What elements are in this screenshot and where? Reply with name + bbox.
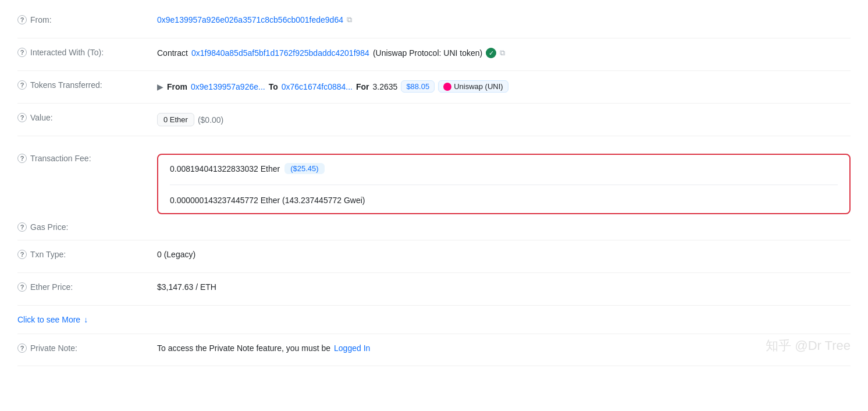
- value-help-icon[interactable]: ?: [17, 113, 27, 122]
- tokens-transferred-label-col: ? Tokens Transferred:: [17, 79, 157, 90]
- from-address-link[interactable]: 0x9e139957a926e026a3571c8cb56cb001fede9d…: [157, 15, 343, 24]
- from-row: ? From: 0x9e139957a926e026a3571c8cb56cb0…: [17, 6, 851, 38]
- token-name-badge: Uniswap (UNI): [438, 80, 508, 93]
- uni-icon: [443, 83, 451, 91]
- verified-badge: ✓: [486, 48, 496, 58]
- from-label: From:: [30, 15, 52, 24]
- token-to-address[interactable]: 0x76c1674fc0884...: [282, 82, 353, 91]
- tx-fee-amount: 0.008194041322833032 Ether: [170, 164, 280, 173]
- ether-price-value-col: $3,147.63 / ETH: [157, 281, 851, 292]
- ether-price-label: Ether Price:: [30, 282, 73, 292]
- txn-type-label-col: ? Txn Type:: [17, 249, 157, 259]
- logged-in-link[interactable]: Logged In: [334, 343, 370, 353]
- token-name: Uniswap (UNI): [454, 82, 503, 91]
- tokens-help-icon[interactable]: ?: [17, 80, 27, 90]
- txn-type-value: 0 (Legacy): [157, 250, 195, 259]
- tx-fee-gas-box: 0.008194041322833032 Ether ($25.45) 0.00…: [157, 154, 851, 214]
- private-note-row: ? Private Note: To access the Private No…: [17, 334, 851, 366]
- ether-price-label-col: ? Ether Price:: [17, 281, 157, 292]
- click-more-link[interactable]: Click to see More: [17, 315, 80, 324]
- txn-type-help-icon[interactable]: ?: [17, 250, 27, 259]
- token-amount: 3.2635: [373, 82, 398, 91]
- from-help-icon[interactable]: ?: [17, 15, 27, 24]
- ether-amount-badge: 0 Ether: [157, 113, 194, 126]
- private-note-value-col: To access the Private Note feature, you …: [157, 342, 851, 353]
- to-token-label: To: [269, 82, 278, 91]
- click-more-section: Click to see More ↓: [17, 306, 851, 334]
- value-label-col: ? Value:: [17, 112, 157, 122]
- click-more-label: Click to see More: [17, 315, 80, 324]
- value-usd: ($0.00): [198, 115, 223, 125]
- interacted-with-label-col: ? Interacted With (To):: [17, 47, 157, 57]
- tokens-transferred-row: ? Tokens Transferred: ▶ From 0x9e139957a…: [17, 71, 851, 104]
- private-note-prefix: To access the Private Note feature, you …: [157, 343, 330, 353]
- tokens-transferred-value-col: ▶ From 0x9e139957a926e... To 0x76c1674fc…: [157, 79, 851, 93]
- for-token-label: For: [356, 82, 369, 91]
- from-label-col: ? From:: [17, 14, 157, 24]
- tokens-transferred-label: Tokens Transferred:: [30, 80, 102, 90]
- txn-type-label: Txn Type:: [30, 250, 66, 259]
- contract-copy-icon[interactable]: ⧉: [500, 48, 505, 58]
- contract-prefix: Contract: [157, 48, 188, 58]
- interacted-help-icon[interactable]: ?: [17, 48, 27, 57]
- tx-fee-gas-row: ? Transaction Fee: 0.008194041322833032 …: [17, 136, 851, 240]
- private-note-help-icon[interactable]: ?: [17, 343, 27, 353]
- txn-type-value-col: 0 (Legacy): [157, 249, 851, 259]
- contract-address-link[interactable]: 0x1f9840a85d5af5bf1d1762f925bdaddc4201f9…: [191, 48, 369, 58]
- tx-fee-amount-row: 0.008194041322833032 Ether ($25.45): [170, 163, 838, 174]
- tx-fee-help-icon[interactable]: ?: [17, 154, 27, 163]
- interacted-with-row: ? Interacted With (To): Contract 0x1f984…: [17, 38, 851, 71]
- click-more-arrow-icon: ↓: [84, 315, 88, 324]
- fee-separator: [170, 185, 838, 185]
- tx-fee-label: Transaction Fee:: [30, 154, 91, 163]
- from-token-label: From: [167, 82, 187, 91]
- gas-price-help-icon[interactable]: ?: [17, 222, 27, 232]
- value-row: ? Value: 0 Ether ($0.00): [17, 104, 851, 136]
- interacted-with-value-col: Contract 0x1f9840a85d5af5bf1d1762f925bda…: [157, 47, 851, 58]
- token-usd-badge: $88.05: [401, 80, 435, 93]
- gas-price-amount: 0.000000143237445772 Ether (143.23744577…: [170, 196, 365, 205]
- gas-price-label: Gas Price:: [30, 222, 68, 232]
- value-value-col: 0 Ether ($0.00): [157, 112, 851, 126]
- private-note-label: Private Note:: [30, 343, 77, 353]
- ether-price-value: $3,147.63 / ETH: [157, 282, 216, 292]
- private-note-label-col: ? Private Note:: [17, 342, 157, 353]
- token-arrow: ▶: [157, 82, 163, 91]
- token-from-address[interactable]: 0x9e139957a926e...: [191, 82, 265, 91]
- gas-price-inner-row: 0.000000143237445772 Ether (143.23744577…: [170, 196, 838, 205]
- interacted-with-label: Interacted With (To):: [30, 48, 104, 57]
- from-copy-icon[interactable]: ⧉: [347, 15, 352, 24]
- contract-suffix: (Uniswap Protocol: UNI token): [373, 48, 482, 58]
- txn-type-row: ? Txn Type: 0 (Legacy): [17, 240, 851, 273]
- tx-fee-usd: ($25.45): [284, 163, 324, 174]
- ether-price-help-icon[interactable]: ?: [17, 282, 27, 292]
- tx-fee-label-col: ? Transaction Fee:: [17, 153, 157, 163]
- ether-price-row: ? Ether Price: $3,147.63 / ETH: [17, 273, 851, 306]
- from-value-col: 0x9e139957a926e026a3571c8cb56cb001fede9d…: [157, 14, 851, 24]
- value-label: Value:: [30, 113, 53, 122]
